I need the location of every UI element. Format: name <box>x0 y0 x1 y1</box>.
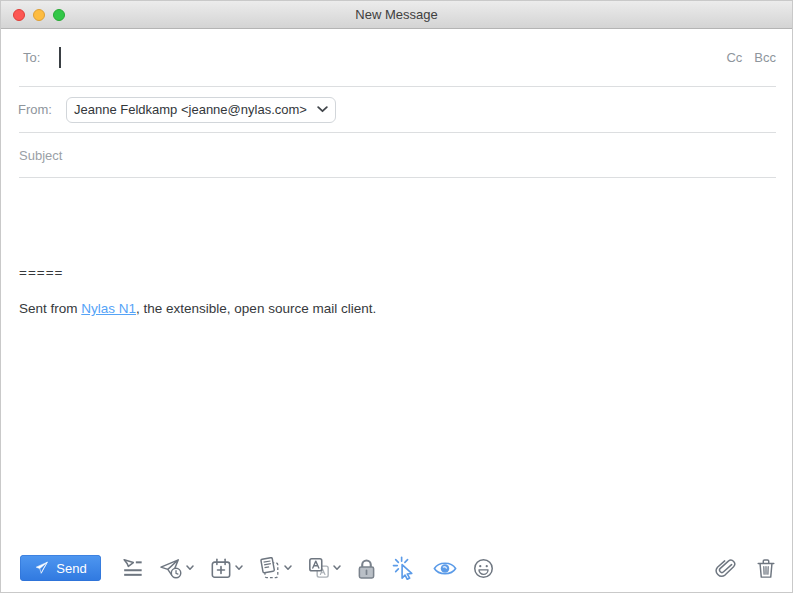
from-account-dropdown[interactable]: Jeanne Feldkamp <jeanne@nylas.com> <box>66 97 336 123</box>
schedule-event-button[interactable] <box>210 558 243 579</box>
chevron-down-icon <box>235 565 243 571</box>
subject-input[interactable] <box>19 148 776 163</box>
chevron-down-icon <box>284 565 292 571</box>
message-body[interactable]: ===== Sent from Nylas N1, the extensible… <box>1 178 792 316</box>
signature-line: Sent from Nylas N1, the extensible, open… <box>19 301 774 316</box>
from-account-value: Jeanne Feldkamp <jeanne@nylas.com> <box>74 102 307 117</box>
chevron-down-icon <box>317 106 328 113</box>
schedule-event-icon <box>210 558 232 579</box>
minimize-window-icon[interactable] <box>33 9 45 21</box>
emoji-button[interactable] <box>473 558 494 579</box>
nylas-n1-link[interactable]: Nylas N1 <box>81 301 136 316</box>
send-plane-icon <box>34 561 49 575</box>
attach-file-icon <box>715 557 737 579</box>
open-tracking-eye-icon <box>433 560 457 577</box>
to-field-row[interactable]: To: Cc Bcc <box>1 29 792 86</box>
compose-window: New Message To: Cc Bcc From: Jeanne Feld… <box>0 0 793 593</box>
encrypt-lock-icon <box>357 558 376 579</box>
open-tracking-button[interactable] <box>433 560 457 577</box>
text-caret <box>59 47 61 68</box>
link-tracking-icon <box>392 556 417 580</box>
bcc-toggle-link[interactable]: Bcc <box>754 50 776 65</box>
translate-button[interactable] <box>308 557 341 579</box>
compose-toolbar: Send <box>1 544 792 592</box>
zoom-window-icon[interactable] <box>53 9 65 21</box>
templates-icon <box>259 557 281 579</box>
link-tracking-button[interactable] <box>392 556 417 580</box>
close-window-icon[interactable] <box>13 9 25 21</box>
cc-toggle-link[interactable]: Cc <box>726 50 742 65</box>
subject-field-row <box>1 133 792 177</box>
send-later-button[interactable] <box>159 558 194 579</box>
signature-separator: ===== <box>19 265 774 280</box>
titlebar[interactable]: New Message <box>1 1 792 29</box>
templates-button[interactable] <box>259 557 292 579</box>
signature-button[interactable] <box>122 558 143 578</box>
send-button-label: Send <box>56 561 86 576</box>
send-later-icon <box>159 558 183 579</box>
trash-button[interactable] <box>756 558 776 579</box>
window-title: New Message <box>1 7 792 22</box>
encrypt-button[interactable] <box>357 558 376 579</box>
from-label: From: <box>18 102 52 117</box>
chevron-down-icon <box>186 565 194 571</box>
signature-icon <box>122 558 143 578</box>
emoji-icon <box>473 558 494 579</box>
send-button[interactable]: Send <box>20 555 101 581</box>
attach-file-button[interactable] <box>715 557 737 579</box>
from-field-row: From: Jeanne Feldkamp <jeanne@nylas.com> <box>1 87 792 132</box>
translate-icon <box>308 557 330 579</box>
chevron-down-icon <box>333 565 341 571</box>
trash-icon <box>756 558 776 579</box>
to-label: To: <box>23 50 40 65</box>
traffic-lights <box>13 9 65 21</box>
